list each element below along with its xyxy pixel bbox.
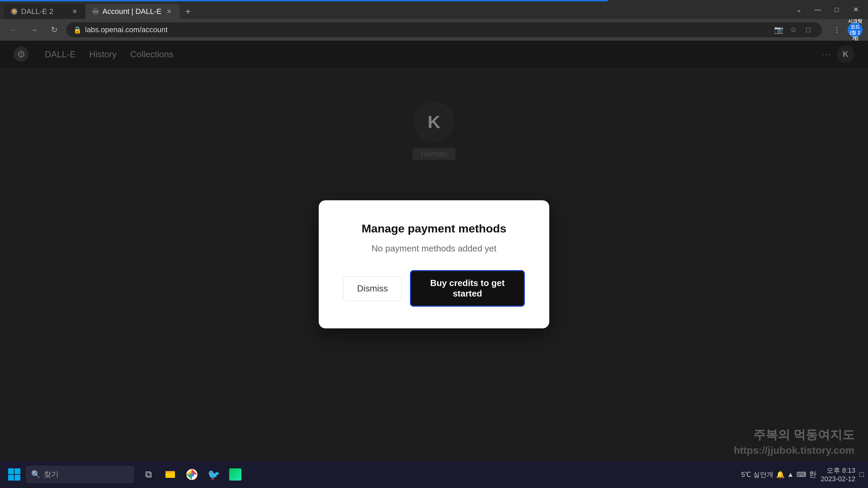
lang-label: 한 [809, 469, 816, 480]
browser-frame: 🎨 DALL-E 2 ✕ — Account | DALL-E ✕ + ⌄ — … [0, 0, 868, 488]
notification-panel-btn[interactable]: □ [860, 470, 864, 479]
up-arrow-icon[interactable]: ▲ [787, 471, 794, 479]
tab-dalle2[interactable]: 🎨 DALL-E 2 ✕ [4, 4, 85, 19]
taskbar-search-placeholder: 찾기 [44, 469, 59, 480]
taskbar-clock[interactable]: 오후 8:13 2023-02-12 [821, 466, 855, 483]
taskbar: 🔍 찾기 ⧉ [0, 461, 868, 488]
dismiss-button[interactable]: Dismiss [343, 276, 402, 301]
colorbox-icon [229, 468, 241, 481]
svg-point-9 [190, 473, 194, 476]
temp-label: 5℃ 실안개 [741, 470, 773, 479]
browser-titlebar: 🎨 DALL-E 2 ✕ — Account | DALL-E ✕ + ⌄ — … [0, 0, 868, 19]
tab-title-2: Account | DALL-E [102, 7, 161, 16]
taskbar-right: 5℃ 실안개 🔔 ▲ ⌨ 한 오후 8:13 2023-02-12 □ [741, 466, 864, 483]
tab-management-button[interactable]: ⌄ [791, 4, 807, 15]
tab-favicon-2: — [92, 8, 99, 15]
browser-toolbar-right: ⋮ 시크릿 모드(창 2개) [829, 22, 863, 38]
clock-time: 오후 8:13 [827, 466, 855, 475]
taskbar-search[interactable]: 🔍 찾기 [26, 466, 134, 483]
modal-overlay: Manage payment methods No payment method… [0, 41, 868, 488]
reload-button[interactable]: ↻ [46, 22, 62, 38]
svg-rect-1 [15, 468, 20, 474]
taskview-icon: ⧉ [142, 468, 155, 481]
clock-date: 2023-02-12 [821, 475, 855, 483]
tab-title-1: DALL-E 2 [21, 7, 67, 16]
address-text: labs.openai.com/account [85, 25, 768, 34]
systray: 5℃ 실안개 🔔 ▲ ⌨ 한 [741, 469, 816, 480]
bookmark-icon[interactable]: ☆ [787, 23, 800, 37]
taskbar-apps: ⧉ [138, 464, 245, 485]
lock-icon: 🔒 [73, 26, 82, 34]
bird-icon: 🐦 [207, 468, 220, 481]
taskbar-taskview[interactable]: ⧉ [138, 464, 159, 485]
content-area: ⚙ DALL-E History Collections ··· K K Hum… [0, 41, 868, 488]
svg-rect-5 [165, 472, 175, 478]
windows-logo-icon [7, 468, 21, 481]
address-bar[interactable]: 🔒 labs.openai.com/account 📷 ☆ □ [66, 22, 822, 37]
modal: Manage payment methods No payment method… [319, 200, 549, 328]
address-bar-row: ← → ↻ 🔒 labs.openai.com/account 📷 ☆ □ ⋮ … [0, 19, 868, 41]
address-bar-actions: 📷 ☆ □ [772, 23, 815, 37]
search-icon: 🔍 [31, 470, 40, 479]
loading-bar [0, 0, 608, 1]
tab-favicon-1: 🎨 [11, 8, 18, 15]
svg-rect-0 [8, 468, 14, 474]
profile-label: 시크릿 모드(창 2개) [848, 18, 863, 41]
profile-icon-addr: □ [802, 23, 815, 37]
start-button[interactable] [4, 464, 24, 485]
minimize-button[interactable]: — [810, 4, 826, 15]
chrome-icon [185, 468, 199, 481]
taskbar-colorbox[interactable] [225, 464, 245, 485]
tab-account[interactable]: — Account | DALL-E ✕ [85, 4, 180, 19]
taskbar-explorer[interactable] [160, 464, 180, 485]
buy-credits-button[interactable]: Buy credits to get started [410, 270, 525, 307]
tab-close-2[interactable]: ✕ [165, 7, 173, 16]
taskbar-chrome[interactable] [182, 464, 202, 485]
explorer-icon [163, 468, 177, 481]
browser-profile-button[interactable]: 시크릿 모드(창 2개) [848, 22, 863, 37]
notification-icon: 🔔 [776, 470, 785, 479]
modal-subtitle: No payment methods added yet [343, 243, 525, 254]
modal-title: Manage payment methods [343, 222, 525, 235]
more-options-button[interactable]: ⋮ [829, 22, 845, 38]
forward-button[interactable]: → [26, 22, 42, 38]
keyboard-icon: ⌨ [796, 470, 806, 479]
svg-rect-3 [15, 475, 20, 481]
modal-buttons: Dismiss Buy credits to get started [343, 270, 525, 307]
close-button[interactable]: ✕ [848, 4, 864, 15]
new-tab-button[interactable]: + [180, 4, 196, 19]
svg-rect-6 [165, 471, 170, 473]
taskbar-bird-app[interactable]: 🐦 [203, 464, 224, 485]
camera-off-icon: 📷 [772, 23, 785, 37]
tab-close-1[interactable]: ✕ [71, 7, 79, 16]
maximize-button[interactable]: □ [829, 4, 845, 15]
tab-bar: 🎨 DALL-E 2 ✕ — Account | DALL-E ✕ + [4, 0, 791, 19]
window-controls: ⌄ — □ ✕ [791, 4, 864, 15]
svg-rect-2 [8, 475, 14, 481]
back-button[interactable]: ← [5, 22, 22, 38]
